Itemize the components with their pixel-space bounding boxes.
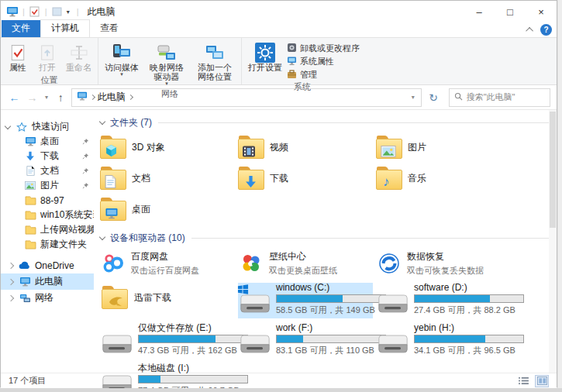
- sidebar-item-downloads[interactable]: 下载: [1, 149, 94, 163]
- up-button[interactable]: ↑: [53, 91, 68, 104]
- properties-icon: [10, 42, 26, 63]
- device-tile-baidu-netdisk[interactable]: 百度网盘 双击运行百度网盘: [100, 249, 235, 278]
- sidebar-item-this-pc[interactable]: 此电脑: [1, 273, 94, 290]
- sidebar-item-desktop[interactable]: 桌面: [1, 134, 94, 149]
- document-icon: [105, 175, 116, 188]
- refresh-button[interactable]: ↻: [425, 88, 443, 107]
- history-dropdown-icon[interactable]: ▾: [43, 94, 50, 101]
- folder-icon: [100, 198, 126, 221]
- download-arrow-icon: [245, 175, 257, 188]
- sidebar-item-folder[interactable]: 上传网站视频: [1, 222, 94, 237]
- qat-properties-icon[interactable]: [29, 5, 41, 18]
- section-collapse-chevron-icon[interactable]: [99, 234, 105, 240]
- desktop-background: [558, 0, 562, 392]
- properties-button[interactable]: 属性: [4, 40, 32, 74]
- breadcrumb-chevron-icon[interactable]: [90, 95, 95, 100]
- add-network-location-button[interactable]: 添加一个网络位置: [191, 40, 238, 83]
- wallpaper-center-icon: [240, 253, 263, 274]
- sidebar-item-folder[interactable]: win10系统安装: [1, 208, 94, 222]
- manage-button[interactable]: 管理: [287, 69, 360, 81]
- rename-button[interactable]: 重命名: [63, 40, 95, 74]
- capacity-bar: [276, 294, 386, 303]
- pin-icon: [82, 151, 89, 162]
- folder-icon: [24, 224, 36, 236]
- drive-tile-windows-c[interactable]: windows (C:) 58.5 GB 可用，共 149 GB: [238, 283, 373, 318]
- maximize-button[interactable]: □: [495, 1, 526, 22]
- collapse-chevron-icon[interactable]: [8, 294, 14, 301]
- close-button[interactable]: ×: [526, 1, 557, 22]
- scrollbar-thumb[interactable]: [550, 112, 556, 228]
- uninstall-button[interactable]: 卸载或更改程序: [287, 43, 360, 54]
- sidebar-item-onedrive[interactable]: OneDrive: [1, 257, 94, 273]
- folders-grid: 3D 对象 视频 图片: [100, 132, 557, 225]
- sidebar-quick-access[interactable]: 快速访问: [1, 119, 94, 134]
- desktop-background: [0, 388, 562, 392]
- device-tile-wallpaper-center[interactable]: 壁纸中心 双击更换桌面壁纸: [238, 249, 373, 278]
- address-dropdown-icon[interactable]: ▾: [407, 94, 419, 101]
- tab-computer[interactable]: 计算机: [40, 19, 90, 37]
- hdd-icon: [378, 334, 410, 356]
- open-icon: [40, 42, 55, 63]
- search-placeholder: 搜索"此电脑": [467, 91, 515, 103]
- document-icon: [24, 165, 36, 177]
- capacity-bar: [276, 335, 386, 343]
- folder-tile-videos[interactable]: 视频: [238, 132, 371, 163]
- back-button[interactable]: ←: [7, 91, 22, 104]
- group-label-location: 位置: [4, 74, 95, 88]
- collapse-chevron-icon[interactable]: [8, 262, 14, 268]
- dropdown-arrow-icon: ▾: [165, 81, 168, 86]
- drive-tile-yebin-h[interactable]: yebin (H:) 34.1 GB 可用，共 96.5 GB: [376, 323, 511, 359]
- folder-tile-3d-objects[interactable]: 3D 对象: [100, 132, 233, 163]
- folder-tile-music[interactable]: ♪ 音乐: [376, 163, 509, 194]
- sidebar-item-network[interactable]: 网络: [1, 290, 94, 306]
- folders-section-title: 文件夹 (7): [110, 116, 152, 129]
- download-icon: [24, 150, 36, 163]
- minimize-button[interactable]: –: [464, 1, 495, 22]
- capacity-bar: [414, 335, 524, 343]
- ribbon-collapse-icon[interactable]: [526, 27, 533, 35]
- folder-tile-pictures[interactable]: 图片: [376, 132, 509, 163]
- device-tile-data-recovery[interactable]: 数据恢复 双击可恢复丢失数据: [376, 249, 511, 278]
- tab-file[interactable]: 文件: [2, 20, 40, 37]
- folder-icon: [238, 136, 264, 159]
- system-properties-icon: [287, 56, 297, 67]
- search-input[interactable]: 搜索"此电脑": [449, 88, 550, 107]
- folder-tile-documents[interactable]: 文档: [100, 163, 233, 194]
- folder-tile-desktop[interactable]: 桌面: [100, 194, 233, 225]
- folders-section-header[interactable]: 文件夹 (7): [98, 115, 557, 130]
- forward-button[interactable]: →: [25, 91, 40, 104]
- vertical-scrollbar[interactable]: [549, 110, 557, 373]
- drive-tile-e[interactable]: 仅做文件存放 (E:) 47.3 GB 可用，共 162 GB: [100, 323, 235, 359]
- qat-customize-dropdown[interactable]: ▾: [67, 9, 70, 15]
- window-title: 此电脑: [88, 5, 116, 19]
- access-media-button[interactable]: 访问媒体 ▾: [102, 40, 142, 78]
- folder-icon: [100, 167, 126, 190]
- tab-view[interactable]: 查看: [90, 20, 129, 37]
- open-button[interactable]: 打开: [33, 40, 61, 74]
- qat-newfolder-icon[interactable]: [51, 5, 64, 18]
- open-settings-button[interactable]: 打开设置: [245, 40, 285, 74]
- hdd-icon: [240, 334, 272, 356]
- rename-icon: [70, 42, 88, 63]
- map-network-drive-button[interactable]: 映射网络驱动器 ▾: [143, 40, 190, 88]
- sidebar-item-folder[interactable]: 88-97: [1, 193, 94, 208]
- add-location-icon: [205, 42, 225, 63]
- section-collapse-chevron-icon[interactable]: [99, 119, 105, 125]
- sidebar-item-documents[interactable]: 文档: [1, 163, 94, 178]
- device-tile-thunder-download[interactable]: 迅雷下载: [100, 283, 235, 312]
- folder-tile-downloads[interactable]: 下载: [238, 163, 371, 194]
- folder-icon: [238, 167, 264, 190]
- system-properties-button[interactable]: 系统属性: [287, 56, 360, 67]
- collapse-chevron-icon[interactable]: [8, 278, 14, 284]
- quick-access-star-icon: [16, 121, 28, 133]
- sidebar-item-pictures[interactable]: 图片: [1, 178, 94, 193]
- devices-section-header[interactable]: 设备和驱动器 (10): [98, 230, 557, 246]
- capacity-bar: [138, 375, 248, 383]
- sidebar-item-folder[interactable]: 新建文件夹: [1, 237, 94, 252]
- expand-chevron-icon[interactable]: [5, 122, 11, 129]
- drive-tile-work-f[interactable]: work (F:) 83.1 GB 可用，共 110 GB: [238, 323, 373, 359]
- pin-icon: [82, 166, 89, 177]
- onedrive-cloud-icon: [19, 260, 31, 272]
- help-icon[interactable]: ?: [540, 24, 552, 36]
- drive-tile-software-d[interactable]: software (D:) 27.4 GB 可用，共 88.2 GB: [376, 283, 511, 318]
